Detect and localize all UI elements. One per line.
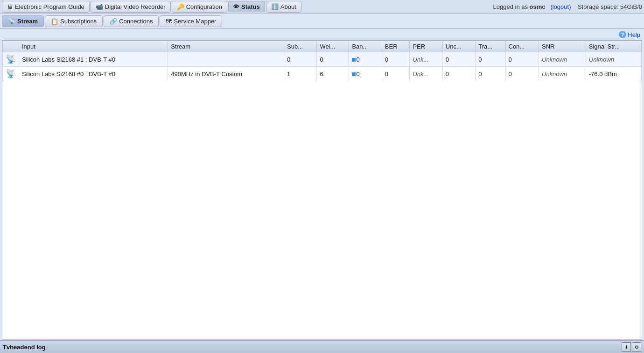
sub-tab-stream[interactable]: 📡 Stream xyxy=(2,15,44,27)
stream-cell: 490MHz in DVB-T Custom xyxy=(168,67,284,81)
help-link[interactable]: ? Help xyxy=(619,31,640,38)
sub-cell: 1 xyxy=(284,67,317,81)
antenna-icon-cell: 📡 xyxy=(3,52,19,67)
sub-cell: 0 xyxy=(284,52,317,67)
input-cell: Silicon Labs Si2168 #0 : DVB-T #0 xyxy=(19,67,168,81)
log-settings-btn[interactable]: ⚙ xyxy=(632,342,641,352)
col-header-con: Con... xyxy=(505,41,539,52)
tab-config-label: Configuration xyxy=(186,3,222,10)
sub-tab-service-mapper-label: Service Mapper xyxy=(174,18,216,25)
sub-nav: 📡 Stream 📋 Subscriptions 🔗 Connections 🗺… xyxy=(0,14,644,29)
stream-icon: 📡 xyxy=(8,18,15,25)
col-header-ber: BER xyxy=(382,41,410,52)
dvr-icon: 📹 xyxy=(96,3,103,10)
col-header-input: Input xyxy=(19,41,168,52)
tab-epg-label: Electronic Program Guide xyxy=(15,3,84,10)
tab-status-label: Status xyxy=(241,3,260,10)
per-cell: Unk... xyxy=(410,52,442,67)
input-cell: Silicon Labs Si2168 #1 : DVB-T #0 xyxy=(19,52,168,67)
service-mapper-icon: 🗺 xyxy=(166,18,172,25)
sub-tab-connections[interactable]: 🔗 Connections xyxy=(104,15,159,27)
log-scroll-down-btn[interactable]: ⬇ xyxy=(622,342,631,352)
top-nav: 🖥 Electronic Program Guide 📹 Digital Vid… xyxy=(0,0,644,14)
antenna-icon: 📡 xyxy=(6,69,16,78)
antenna-icon-cell: 📡 xyxy=(3,67,19,81)
log-controls: ⬇ ⚙ xyxy=(622,342,641,352)
table-row: 📡Silicon Labs Si2168 #0 : DVB-T #0490MHz… xyxy=(3,67,642,81)
config-icon: 🔑 xyxy=(177,3,184,10)
main-content: ? Help Input Stream Sub... Wei... Ban...… xyxy=(0,29,644,340)
col-header-per: PER xyxy=(410,41,442,52)
user-info: Logged in as osmc (logout) Storage space… xyxy=(493,3,642,10)
ber-cell: 0 xyxy=(382,52,410,67)
log-area: Tvheadend log ⬇ ⚙ 2019-05-02 22:08:06.81… xyxy=(0,340,644,353)
col-header-ban: Ban... xyxy=(349,41,382,52)
stream-table: Input Stream Sub... Wei... Ban... BER PE… xyxy=(2,41,642,81)
help-icon: ? xyxy=(619,31,626,38)
col-header-unc: Unc... xyxy=(442,41,475,52)
unc-cell: 0 xyxy=(442,52,475,67)
stream-table-container: Input Stream Sub... Wei... Ban... BER PE… xyxy=(2,40,642,340)
tab-dvr[interactable]: 📹 Digital Video Recorder xyxy=(91,1,171,13)
signal-cell: -76.0 dBm xyxy=(586,67,641,81)
col-header-wei: Wei... xyxy=(317,41,349,52)
tra-cell: 0 xyxy=(476,52,505,67)
signal-cell: Unknown xyxy=(586,52,641,67)
tra-cell: 0 xyxy=(476,67,505,81)
wei-cell: 0 xyxy=(317,52,349,67)
antenna-icon: 📡 xyxy=(6,55,16,64)
ban-cell: 0 xyxy=(349,52,382,67)
signal-indicator xyxy=(352,72,356,76)
log-header: Tvheadend log ⬇ ⚙ xyxy=(0,341,644,353)
tab-status[interactable]: 👁 Status xyxy=(228,1,265,13)
table-row: 📡Silicon Labs Si2168 #1 : DVB-T #00000Un… xyxy=(3,52,642,67)
tab-about[interactable]: ℹ️ About xyxy=(266,1,301,13)
sub-tab-service-mapper[interactable]: 🗺 Service Mapper xyxy=(160,15,222,27)
snr-cell: Unknown xyxy=(539,67,586,81)
per-cell: Unk... xyxy=(410,67,442,81)
col-header-snr: SNR xyxy=(539,41,586,52)
sub-tab-connections-label: Connections xyxy=(119,18,153,25)
con-cell: 0 xyxy=(505,52,539,67)
tab-about-label: About xyxy=(280,3,296,10)
sub-tab-subscriptions[interactable]: 📋 Subscriptions xyxy=(45,15,103,27)
unc-cell: 0 xyxy=(442,67,475,81)
table-header-row: Input Stream Sub... Wei... Ban... BER PE… xyxy=(3,41,642,52)
signal-indicator xyxy=(352,58,356,62)
sub-tab-stream-label: Stream xyxy=(17,18,38,25)
ban-cell: 0 xyxy=(349,67,382,81)
col-header-tra: Tra... xyxy=(476,41,505,52)
username: osmc xyxy=(530,3,546,10)
subscriptions-icon: 📋 xyxy=(51,18,58,25)
ber-cell: 0 xyxy=(382,67,410,81)
col-header-spacer xyxy=(3,41,19,52)
epg-icon: 🖥 xyxy=(7,3,13,10)
snr-cell: Unknown xyxy=(539,52,586,67)
about-icon: ℹ️ xyxy=(271,3,279,10)
storage-label: Storage space: xyxy=(578,3,618,10)
wei-cell: 6 xyxy=(317,67,349,81)
sub-tab-subscriptions-label: Subscriptions xyxy=(60,18,97,25)
connections-icon: 🔗 xyxy=(110,18,117,25)
col-header-stream: Stream xyxy=(168,41,284,52)
col-header-signal: Signal Str... xyxy=(586,41,641,52)
tab-dvr-label: Digital Video Recorder xyxy=(105,3,166,10)
col-header-sub: Sub... xyxy=(284,41,317,52)
logout-link[interactable]: (logout) xyxy=(550,3,571,10)
log-title: Tvheadend log xyxy=(3,344,46,351)
logged-in-prefix: Logged in as xyxy=(493,3,528,10)
status-icon: 👁 xyxy=(233,3,239,10)
tab-epg[interactable]: 🖥 Electronic Program Guide xyxy=(2,1,90,13)
help-bar: ? Help xyxy=(0,29,644,40)
tab-config[interactable]: 🔑 Configuration xyxy=(172,1,227,13)
help-label: Help xyxy=(628,31,640,38)
stream-cell xyxy=(168,52,284,67)
storage-value: 54GiB/0 xyxy=(620,3,642,10)
con-cell: 0 xyxy=(505,67,539,81)
